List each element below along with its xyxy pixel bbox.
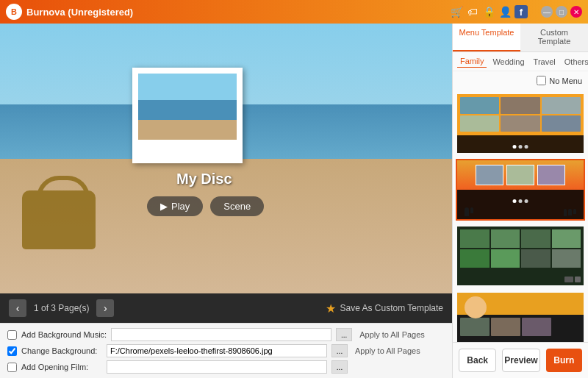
cart-icon[interactable]: 🛒 [450,5,463,18]
save-template-button[interactable]: ★ Save As Custom Template [326,302,443,315]
grid-cell [521,229,551,248]
template-controls-3 [564,277,581,282]
template-top-4 [457,293,584,315]
grid-cell [501,115,539,132]
tab-menu-template[interactable]: Menu Template [453,24,520,51]
dot [513,145,517,149]
person-icon[interactable]: 👤 [498,5,512,18]
opening-film-row: Add Opening Film: ... [7,360,445,374]
tab-custom-template[interactable]: Custom Template [520,24,588,51]
change-bg-browse-button[interactable]: ... [331,344,348,357]
right-panel: Menu Template Custom Template Family Wed… [452,24,588,378]
dot [525,199,528,203]
cat-wedding[interactable]: Wedding [490,56,527,68]
play-button[interactable]: ▶ Play [147,196,203,216]
page-indicator: 1 of 3 Page(s) [34,303,89,313]
template-item-1[interactable] [456,93,585,154]
grid-cell [521,249,551,268]
template-item-3[interactable] [456,225,585,287]
template-face-4 [465,296,487,318]
change-bg-row: Change Background: ... Apply to All Page… [7,344,445,357]
category-tabs: Family Wedding Travel Others ► [453,52,588,71]
grid-cell [491,229,520,248]
cat-travel[interactable]: Travel [531,56,559,68]
bg-music-checkbox[interactable] [7,330,17,340]
dot [513,199,517,203]
no-menu-row: No Menu [453,71,588,90]
minimize-button[interactable]: — [541,6,553,18]
titlebar: B Burnova (Unregistered) 🛒 🏷 🔒 👤 f — □ ✕ [0,0,588,24]
play-icon: ▶ [160,201,168,212]
frame [537,165,565,185]
back-button[interactable]: Back [459,349,496,372]
silhouette-row [465,206,576,216]
facebook-icon[interactable]: f [514,5,528,18]
preview-button[interactable]: Preview [502,349,539,372]
stamp-image [138,74,237,140]
template-item-4[interactable] [456,291,585,342]
prev-page-button[interactable]: ‹ [9,299,26,317]
change-bg-apply-label: Apply to All Pages [355,346,420,355]
content-area: My Disc ▶ Play Scene ‹ 1 of 3 Page(s) › … [0,24,452,378]
template-thumb-2 [457,160,584,219]
star-icon: ★ [326,302,336,315]
app-title: Burnova (Unregistered) [26,7,133,18]
template-list [453,90,588,342]
app-logo: B [6,4,22,20]
burn-button[interactable]: Burn [546,349,582,372]
main-layout: My Disc ▶ Play Scene ‹ 1 of 3 Page(s) › … [0,24,588,378]
grid-cell [460,97,499,114]
template-grid-3 [457,227,584,271]
bg-music-input[interactable] [111,328,331,341]
opening-film-label: Add Opening Film: [21,363,102,371]
scene-button[interactable]: Scene [210,196,264,216]
preview-area: My Disc ▶ Play Scene [0,24,452,293]
template-dots-2 [513,199,528,203]
stamp-photo [132,68,243,163]
tag-icon[interactable]: 🏷 [466,5,479,18]
close-button[interactable]: ✕ [570,6,582,18]
template-item-2[interactable] [456,159,585,221]
frame [506,165,534,185]
change-bg-input[interactable] [107,344,327,357]
grid-cell [460,115,499,132]
preview-controls: ▶ Play Scene [147,196,264,216]
basket-decoration [22,190,96,249]
grid-cell [542,97,581,114]
cat-others[interactable]: Others [562,56,588,68]
cat-family[interactable]: Family [457,55,487,68]
template-grid-1 [457,94,584,135]
grid-cell [552,229,581,248]
dot [519,145,523,149]
grid-cell [460,249,490,268]
dot [519,199,523,203]
silhouette-left [465,207,473,216]
template-dots-1 [513,145,528,149]
no-menu-label: No Menu [549,76,582,85]
template-thumb-4 [457,293,584,342]
change-bg-checkbox[interactable] [7,346,17,356]
bg-music-label: Add Background Music: [21,330,107,339]
frame [476,165,503,185]
opening-film-input[interactable] [107,360,327,374]
action-buttons: Back Preview Burn [453,342,588,378]
disc-title: My Disc [176,171,232,188]
grid-cell [552,249,581,268]
grid-cell [501,97,539,114]
bg-music-browse-button[interactable]: ... [336,328,352,341]
opening-film-checkbox[interactable] [7,363,17,372]
navigation-bar: ‹ 1 of 3 Page(s) › ★ Save As Custom Temp… [0,293,452,323]
template-thumb-3 [457,227,584,285]
opening-film-browse-button[interactable]: ... [331,360,348,374]
bg-music-apply-label: Apply to All Pages [359,330,425,339]
next-page-button[interactable]: › [96,299,114,317]
template-thumb-1 [457,94,584,153]
options-bar: Add Background Music: ... Apply to All P… [0,323,452,378]
change-bg-label: Change Background: [21,346,102,355]
lock-icon[interactable]: 🔒 [482,5,495,18]
silhouette-right [564,209,576,216]
maximize-button[interactable]: □ [556,6,567,18]
grid-cell [542,115,581,132]
app-title-area: B Burnova (Unregistered) [6,4,133,20]
no-menu-checkbox[interactable] [537,76,546,85]
